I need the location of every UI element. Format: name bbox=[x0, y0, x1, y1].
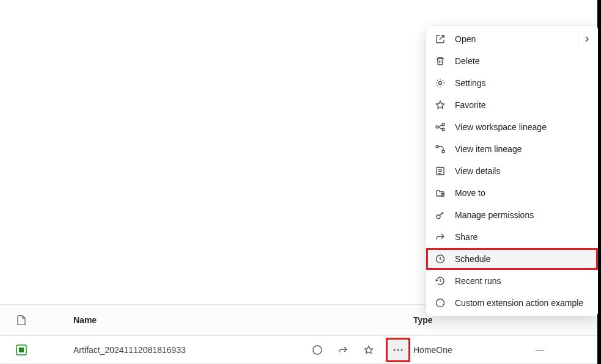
favorite-row-icon[interactable] bbox=[360, 341, 377, 359]
table-row[interactable]: Artifact_20241112081816933 bbox=[0, 336, 601, 364]
svg-point-11 bbox=[442, 150, 444, 153]
share-row-icon[interactable] bbox=[334, 341, 352, 359]
menu-item-custom-action[interactable]: Custom extension action example bbox=[426, 292, 598, 314]
menu-item-view-details[interactable]: View details bbox=[426, 160, 598, 182]
row-extra: — bbox=[536, 345, 544, 355]
svg-point-5 bbox=[401, 349, 403, 351]
menu-item-workspace-lineage[interactable]: View workspace lineage bbox=[426, 116, 598, 138]
menu-label: Recent runs bbox=[455, 276, 589, 286]
row-name[interactable]: Artifact_20241112081816933 bbox=[43, 345, 275, 355]
move-icon bbox=[435, 187, 446, 198]
menu-label: View item lineage bbox=[455, 144, 589, 154]
column-header-name[interactable]: Name bbox=[43, 315, 306, 325]
chevron-right-icon bbox=[583, 35, 591, 43]
key-icon bbox=[435, 209, 446, 220]
menu-label: Custom extension action example bbox=[455, 298, 589, 308]
menu-label: View workspace lineage bbox=[455, 122, 589, 132]
gear-icon bbox=[435, 78, 446, 89]
file-icon bbox=[17, 315, 26, 325]
share-icon bbox=[435, 231, 446, 242]
menu-label: Share bbox=[455, 232, 589, 242]
svg-point-10 bbox=[436, 145, 438, 148]
svg-point-8 bbox=[442, 123, 444, 126]
svg-point-4 bbox=[397, 349, 399, 351]
menu-item-move-to[interactable]: Move to bbox=[426, 182, 598, 204]
details-icon bbox=[435, 166, 446, 177]
menu-item-schedule[interactable]: Schedule bbox=[426, 248, 598, 270]
menu-item-item-lineage[interactable]: View item lineage bbox=[426, 138, 598, 160]
menu-item-permissions[interactable]: Manage permissions bbox=[426, 204, 598, 226]
menu-label: Favorite bbox=[455, 100, 589, 110]
svg-point-9 bbox=[442, 128, 444, 131]
row-type: HomeOne bbox=[413, 345, 452, 355]
menu-label: Delete bbox=[455, 56, 589, 66]
star-icon bbox=[435, 100, 446, 111]
svg-point-6 bbox=[439, 82, 442, 85]
delete-icon bbox=[435, 56, 446, 67]
more-options-button[interactable] bbox=[386, 338, 410, 362]
lineage2-icon bbox=[435, 144, 446, 155]
column-header-type[interactable]: Type bbox=[413, 315, 433, 325]
menu-label: Settings bbox=[455, 78, 589, 88]
menu-label: Manage permissions bbox=[455, 210, 589, 220]
menu-label: Open bbox=[455, 34, 589, 44]
circle-icon bbox=[435, 297, 446, 308]
clock-icon bbox=[435, 253, 446, 264]
svg-point-3 bbox=[394, 349, 396, 351]
svg-point-2 bbox=[313, 346, 322, 354]
open-icon bbox=[435, 34, 446, 45]
menu-item-settings[interactable]: Settings bbox=[426, 72, 598, 94]
menu-label: Move to bbox=[455, 188, 589, 198]
menu-item-favorite[interactable]: Favorite bbox=[426, 94, 598, 116]
menu-item-open[interactable]: Open bbox=[426, 28, 598, 50]
menu-item-share[interactable]: Share bbox=[426, 226, 598, 248]
lineage-icon bbox=[435, 122, 446, 133]
menu-item-recent-runs[interactable]: Recent runs bbox=[426, 270, 598, 292]
menu-label: Schedule bbox=[455, 254, 589, 264]
svg-point-16 bbox=[437, 299, 444, 307]
svg-rect-1 bbox=[19, 348, 24, 352]
svg-point-7 bbox=[436, 126, 438, 128]
history-icon bbox=[435, 275, 446, 286]
context-menu: Open Delete Settings bbox=[426, 26, 598, 316]
menu-label: View details bbox=[455, 166, 589, 176]
radio-icon[interactable] bbox=[309, 341, 326, 359]
menu-item-delete[interactable]: Delete bbox=[426, 50, 598, 72]
artifact-icon bbox=[16, 344, 27, 355]
